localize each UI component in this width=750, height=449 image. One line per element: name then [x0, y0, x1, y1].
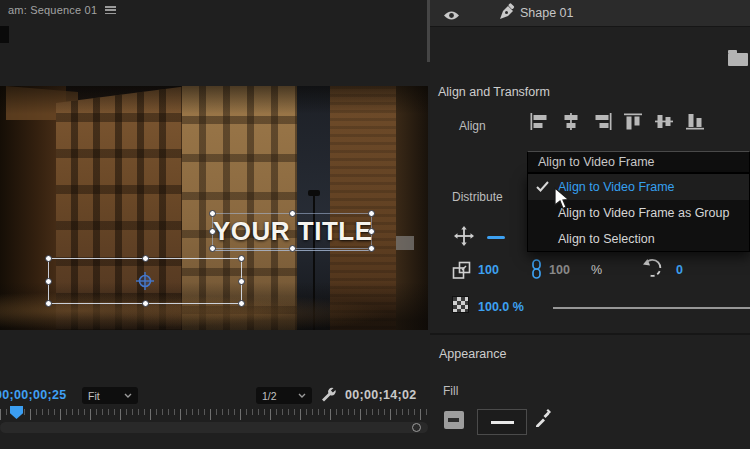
- scale-linked-value[interactable]: 100: [549, 263, 570, 277]
- opacity-slider[interactable]: [553, 307, 750, 309]
- selection-handle[interactable]: [45, 278, 52, 285]
- duration-timecode: 00;00;14;02: [345, 388, 416, 402]
- mouse-cursor-icon: [554, 187, 572, 215]
- move-icon[interactable]: [454, 226, 474, 250]
- selection-handle[interactable]: [238, 300, 245, 307]
- align-transform-section-title: Align and Transform: [438, 85, 550, 99]
- rotation-icon[interactable]: [641, 258, 663, 284]
- position-value-truncated[interactable]: [487, 236, 505, 239]
- section-divider: [430, 333, 750, 335]
- video-scene-top-shade: [0, 86, 428, 114]
- menu-item-label: Align to Video Frame: [558, 180, 675, 194]
- selection-handle[interactable]: [142, 255, 149, 262]
- fill-color-swatch[interactable]: [477, 409, 527, 435]
- selection-handle[interactable]: [209, 245, 216, 252]
- selection-handle[interactable]: [289, 245, 296, 252]
- playback-resolution-value: 1/2: [262, 390, 277, 402]
- menu-item-label: Align to Video Frame as Group: [558, 206, 729, 220]
- pen-icon: [496, 3, 516, 27]
- panel-edge-notch: [0, 26, 9, 43]
- layer-row-shape01[interactable]: Shape 01: [430, 0, 750, 27]
- shape-selection-box[interactable]: [48, 258, 242, 304]
- scale-unit: %: [591, 263, 602, 277]
- ruler-ticks-major: [0, 409, 428, 420]
- selection-handle[interactable]: [238, 278, 245, 285]
- video-title-text[interactable]: YOUR TITLE: [213, 216, 371, 247]
- selection-handle[interactable]: [209, 210, 216, 217]
- appearance-section-title: Appearance: [439, 347, 506, 361]
- fill-label: Fill: [443, 384, 458, 398]
- selection-handle[interactable]: [45, 255, 52, 262]
- selection-handle[interactable]: [289, 210, 296, 217]
- align-left-icon[interactable]: [530, 113, 550, 130]
- align-to-dropdown-value: Align to Video Frame: [538, 155, 655, 169]
- eyedropper-icon[interactable]: [534, 408, 552, 431]
- align-center-horizontal-icon[interactable]: [561, 113, 581, 130]
- program-panel-title: am: Sequence 01: [8, 4, 97, 16]
- rotation-value[interactable]: 0: [676, 263, 683, 277]
- video-scene-lamp-head: [308, 190, 320, 196]
- current-timecode[interactable]: 00;00;00;25: [0, 388, 66, 402]
- app-root: am: Sequence 01 YOUR TITLE: [0, 0, 750, 449]
- opacity-value[interactable]: 100.0 %: [478, 300, 524, 314]
- program-panel-tab[interactable]: am: Sequence 01: [8, 4, 116, 16]
- panel-menu-icon[interactable]: [105, 6, 116, 15]
- settings-wrench-icon[interactable]: [319, 386, 337, 408]
- scale-icon[interactable]: [452, 261, 471, 284]
- fill-checkbox[interactable]: [444, 411, 464, 429]
- check-icon: [536, 181, 549, 195]
- align-label: Align: [459, 119, 486, 133]
- layer-name: Shape 01: [520, 6, 574, 20]
- timeline-ruler[interactable]: [0, 406, 428, 421]
- align-buttons-row: [530, 113, 705, 130]
- selection-handle[interactable]: [238, 255, 245, 262]
- selection-handle[interactable]: [368, 210, 375, 217]
- video-scene-sign: [396, 236, 414, 250]
- zoom-level-select[interactable]: Fit: [82, 387, 138, 404]
- timeline-scrollbar[interactable]: [0, 422, 428, 433]
- align-bottom-icon[interactable]: [685, 113, 705, 130]
- menu-item-align-selection[interactable]: Align to Selection: [528, 226, 749, 252]
- selection-handle[interactable]: [45, 300, 52, 307]
- align-right-icon[interactable]: [592, 113, 612, 130]
- selection-handle[interactable]: [368, 228, 375, 235]
- align-top-icon[interactable]: [623, 113, 643, 130]
- selection-handle[interactable]: [209, 228, 216, 235]
- align-center-vertical-icon[interactable]: [654, 113, 674, 130]
- distribute-label: Distribute: [452, 190, 503, 204]
- program-monitor-video[interactable]: YOUR TITLE: [0, 86, 428, 330]
- opacity-icon[interactable]: [452, 296, 469, 313]
- playback-resolution-select[interactable]: 1/2: [256, 387, 312, 404]
- chevron-down-icon: [124, 393, 132, 398]
- eye-icon[interactable]: [443, 7, 460, 25]
- title-selection-box[interactable]: YOUR TITLE: [212, 213, 372, 249]
- align-to-dropdown[interactable]: Align to Video Frame: [527, 151, 750, 173]
- chevron-down-icon: [298, 393, 306, 398]
- zoom-level-value: Fit: [88, 390, 100, 402]
- anchor-point-icon[interactable]: [135, 271, 155, 295]
- scrollbar-end-handle[interactable]: [412, 423, 421, 432]
- menu-item-label: Align to Selection: [558, 232, 655, 246]
- link-icon[interactable]: [530, 259, 543, 283]
- selection-handle[interactable]: [142, 300, 149, 307]
- folder-icon[interactable]: [728, 53, 748, 66]
- scale-value[interactable]: 100: [478, 263, 499, 277]
- selection-handle[interactable]: [368, 245, 375, 252]
